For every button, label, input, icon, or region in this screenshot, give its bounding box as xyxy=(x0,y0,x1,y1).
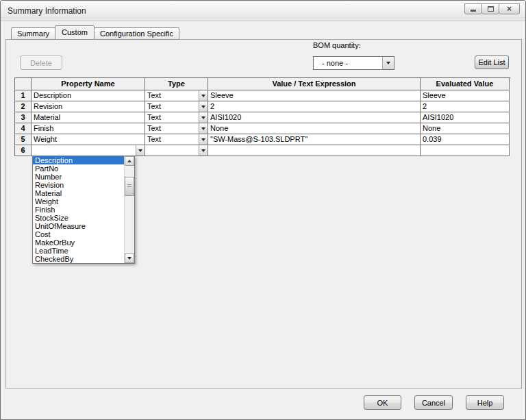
dropdown-item[interactable]: PartNo xyxy=(33,164,124,173)
bom-quantity-label: BOM quantity: xyxy=(313,41,361,49)
property-name-cell[interactable]: Weight xyxy=(32,134,145,145)
edit-list-button[interactable]: Edit List xyxy=(475,55,509,69)
type-value xyxy=(145,145,199,156)
evaluated-value-cell: 0.039 xyxy=(421,134,510,145)
window-controls: × xyxy=(465,3,520,14)
header-value-text-expression: Value / Text Expression xyxy=(208,78,421,90)
bom-quantity-dropdown[interactable]: - none - xyxy=(313,56,394,70)
tab-strip: Summary Custom Configuration Specific xyxy=(11,25,179,40)
help-button[interactable]: Help xyxy=(466,395,504,410)
type-cell[interactable]: Text xyxy=(145,112,208,123)
dropdown-item[interactable]: StockSize xyxy=(33,214,124,222)
type-cell[interactable]: Text xyxy=(145,123,208,134)
evaluated-value-cell: AISI1020 xyxy=(421,112,510,123)
scroll-down-button[interactable] xyxy=(125,254,134,263)
property-name-cell[interactable]: Material xyxy=(32,112,145,123)
type-value: Text xyxy=(145,123,199,134)
property-name-dropdown-button[interactable] xyxy=(136,145,145,156)
tab-summary[interactable]: Summary xyxy=(11,27,55,40)
dropdown-item[interactable]: Revision xyxy=(33,181,124,189)
evaluated-value-cell: Sleeve xyxy=(421,90,510,101)
type-cell[interactable] xyxy=(145,145,208,156)
dropdown-item[interactable]: MakeOrBuy xyxy=(33,238,124,247)
type-dropdown-button[interactable] xyxy=(199,145,208,156)
title-bar[interactable]: Summary Information × xyxy=(1,1,525,21)
dropdown-item[interactable]: Material xyxy=(33,189,124,197)
row-number: 1 xyxy=(15,90,32,101)
type-dropdown-button[interactable] xyxy=(199,134,208,145)
scrollbar-track[interactable] xyxy=(125,166,134,254)
dropdown-item[interactable]: CheckedBy xyxy=(33,255,124,263)
value-expression-cell[interactable] xyxy=(208,145,421,156)
chevron-down-icon xyxy=(201,127,205,130)
row-number: 3 xyxy=(15,112,32,123)
type-dropdown-button[interactable] xyxy=(199,90,208,101)
row-number: 4 xyxy=(15,123,32,134)
dropdown-item[interactable]: Number xyxy=(33,173,124,181)
close-icon: × xyxy=(507,5,512,13)
type-value: Text xyxy=(145,134,199,145)
header-property-name: Property Name xyxy=(32,78,145,90)
custom-properties-table: Property Name Type Value / Text Expressi… xyxy=(14,77,510,156)
type-value: Text xyxy=(145,101,199,112)
property-name-dropdown-list: Description PartNo Number Revision Mater… xyxy=(32,156,135,264)
property-name-cell[interactable]: Revision xyxy=(32,101,145,112)
value-expression-cell[interactable]: Sleeve xyxy=(208,90,421,101)
maximize-icon xyxy=(488,6,494,12)
header-type: Type xyxy=(145,78,208,90)
chevron-down-icon xyxy=(138,149,142,152)
dropdown-item[interactable]: UnitOfMeasure xyxy=(33,222,124,230)
tab-configuration-specific[interactable]: Configuration Specific xyxy=(94,27,179,40)
type-value: Text xyxy=(145,90,199,101)
ok-button[interactable]: OK xyxy=(364,395,401,410)
window-title: Summary Information xyxy=(8,6,86,16)
value-expression-cell[interactable]: AISI1020 xyxy=(208,112,421,123)
chevron-down-icon xyxy=(201,116,205,119)
value-expression-cell[interactable]: "SW-Mass@S-103.SLDPRT" xyxy=(208,134,421,145)
row-number: 6 xyxy=(15,145,32,156)
value-expression-cell[interactable]: None xyxy=(208,123,421,134)
chevron-down-icon xyxy=(386,62,390,64)
dropdown-item[interactable]: Cost xyxy=(33,230,124,238)
type-cell[interactable]: Text xyxy=(145,134,208,145)
scrollbar-thumb[interactable] xyxy=(125,177,134,196)
dropdown-item[interactable]: Weight xyxy=(33,197,124,206)
chevron-down-icon xyxy=(201,95,205,97)
scroll-up-button[interactable] xyxy=(125,156,134,166)
property-name-value xyxy=(32,145,136,156)
maximize-button[interactable] xyxy=(481,3,499,14)
dropdown-scrollbar[interactable] xyxy=(124,156,134,263)
summary-information-dialog: Summary Information × Summary Custom Con… xyxy=(0,0,526,420)
type-dropdown-button[interactable] xyxy=(199,112,208,123)
bom-dropdown-button[interactable] xyxy=(382,57,394,69)
tab-custom[interactable]: Custom xyxy=(55,25,95,40)
property-name-combobox[interactable] xyxy=(32,145,145,156)
chevron-down-icon xyxy=(127,257,132,260)
close-button[interactable]: × xyxy=(499,3,520,14)
type-cell[interactable]: Text xyxy=(145,90,208,101)
value-expression-cell[interactable]: 2 xyxy=(208,101,421,112)
evaluated-value-cell xyxy=(421,145,510,156)
type-cell[interactable]: Text xyxy=(145,101,208,112)
type-value: Text xyxy=(145,112,199,123)
row-number: 5 xyxy=(15,134,32,145)
header-corner-cell xyxy=(15,78,32,90)
chevron-up-icon xyxy=(127,160,132,162)
minimize-icon xyxy=(471,10,476,12)
bom-quantity-value: - none - xyxy=(314,59,382,67)
dropdown-item[interactable]: Description xyxy=(33,156,124,164)
chevron-down-icon xyxy=(201,138,205,141)
cancel-button[interactable]: Cancel xyxy=(414,395,453,410)
property-name-cell[interactable]: Description xyxy=(32,90,145,101)
chevron-down-icon xyxy=(201,106,205,108)
dropdown-item[interactable]: LeadTime xyxy=(33,247,124,255)
minimize-button[interactable] xyxy=(464,3,482,14)
header-evaluated-value: Evaluated Value xyxy=(421,78,510,90)
dropdown-item[interactable]: Finish xyxy=(33,206,124,214)
evaluated-value-cell: None xyxy=(421,123,510,134)
type-dropdown-button[interactable] xyxy=(199,123,208,134)
delete-button[interactable]: Delete xyxy=(20,55,62,70)
property-name-cell[interactable]: Finish xyxy=(32,123,145,134)
type-dropdown-button[interactable] xyxy=(199,101,208,112)
chevron-down-icon xyxy=(201,149,205,152)
